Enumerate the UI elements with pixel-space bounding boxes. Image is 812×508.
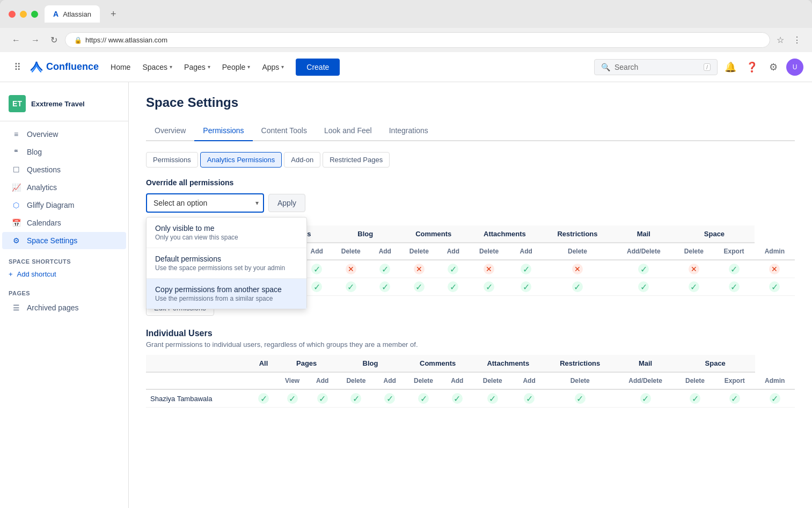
col-user-comments: Comments: [404, 355, 472, 372]
search-shortcut: /: [704, 63, 711, 71]
nav-apps[interactable]: Apps ▾: [257, 59, 289, 76]
sidebar-item-calendars[interactable]: 📅 Calendars: [2, 214, 126, 231]
check-icon: ✓: [346, 281, 356, 292]
analytics-icon: 📈: [11, 183, 21, 192]
add-shortcut[interactable]: + Add shortcut: [0, 267, 128, 281]
cell-comments-add: ✓: [438, 278, 467, 296]
sub-tab-permissions[interactable]: Permissions: [146, 152, 198, 168]
sidebar-item-analytics[interactable]: 📈 Analytics: [2, 179, 126, 196]
cross-icon: ✕: [689, 264, 699, 274]
sub-tab-restricted-pages[interactable]: Restricted Pages: [323, 152, 390, 168]
browser-addressbar: ← → ↻ 🔒 https:// www.atlassian.com ☆ ⋮: [0, 28, 812, 52]
tab-overview[interactable]: Overview: [146, 121, 194, 141]
check-icon: ✓: [770, 393, 780, 404]
dropdown-item-copy[interactable]: Copy permissions from another space Use …: [147, 279, 306, 309]
tab-content-tools[interactable]: Content Tools: [253, 121, 316, 141]
settings-button[interactable]: ⚙: [765, 59, 782, 76]
questions-icon: ☐: [11, 165, 21, 174]
sidebar-space-header: ET Exxtreme Travel: [0, 91, 128, 121]
sidebar-item-gliffy[interactable]: ⬡ Gliffy Diagram: [2, 197, 126, 214]
col-user-restrictions-add-delete: Add/Delete: [615, 372, 676, 389]
tab-integrations[interactable]: Integrations: [381, 121, 437, 141]
sidebar-item-overview[interactable]: ≡ Overview: [2, 126, 126, 143]
check-icon: ✓: [690, 393, 700, 404]
override-section: Override all permissions Select an optio…: [146, 178, 795, 213]
shortcuts-section-label: SPACE SHORTCUTS: [0, 250, 128, 267]
nav-spaces[interactable]: Spaces ▾: [137, 59, 178, 76]
table-row: Shaziya Tambawala ✓ ✓ ✓ ✓ ✓ ✓ ✓ ✓ ✓ ✓: [146, 389, 795, 408]
override-select[interactable]: Select an option Only visible to me Defa…: [146, 193, 264, 213]
cell-comments-delete: ✓: [467, 278, 510, 296]
cell-space-admin: ✓: [755, 278, 795, 296]
address-bar[interactable]: 🔒 https:// www.atlassian.com: [65, 32, 770, 48]
confluence-logo[interactable]: Confluence: [30, 61, 99, 74]
col-user-restrictions: Restrictions: [545, 355, 615, 372]
col-user-comments-delete: Delete: [471, 372, 514, 389]
refresh-button[interactable]: ↻: [47, 33, 61, 47]
cell-pages-delete: ✕: [331, 260, 370, 278]
tab-permissions[interactable]: Permissions: [194, 121, 252, 141]
blog-icon: ❝: [11, 148, 21, 156]
tab-look-and-feel[interactable]: Look and Feel: [316, 121, 381, 141]
sub-tab-addon[interactable]: Add-on: [284, 152, 320, 168]
close-button[interactable]: [9, 11, 16, 18]
user-avatar[interactable]: U: [786, 59, 803, 76]
check-icon: ✓: [487, 393, 498, 404]
cell-user-pages-delete: ✓: [336, 389, 375, 408]
forward-button[interactable]: →: [28, 33, 43, 47]
nav-home[interactable]: Home: [105, 59, 136, 76]
sidebar-item-label: Gliffy Diagram: [27, 201, 74, 209]
individual-users-desc: Grant permissions to individual users, r…: [146, 340, 795, 349]
search-box[interactable]: 🔍 Search /: [594, 59, 718, 75]
cell-user-mail-delete: ✓: [676, 389, 714, 408]
cell-user-pages-add: ✓: [308, 389, 336, 408]
cell-user-blog-add: ✓: [376, 389, 404, 408]
cell-user-attachments-delete: ✓: [545, 389, 615, 408]
sidebar-item-label: Calendars: [27, 219, 61, 227]
cross-icon: ✕: [414, 264, 425, 274]
notifications-button[interactable]: 🔔: [722, 59, 739, 76]
cell-blog-add: ✓: [370, 260, 399, 278]
bookmark-button[interactable]: ☆: [774, 33, 786, 47]
col-blog-add: Add: [370, 243, 399, 260]
new-tab-button[interactable]: +: [106, 6, 121, 22]
dropdown-item-only-me[interactable]: Only visible to me Only you can view thi…: [147, 217, 306, 248]
dropdown-item-default[interactable]: Default permissions Use the space permis…: [147, 248, 306, 279]
overview-icon: ≡: [11, 130, 21, 139]
cell-space-admin: ✕: [755, 260, 795, 278]
check-icon: ✓: [638, 281, 649, 292]
cell-blog-delete: ✕: [399, 260, 438, 278]
col-user-pages-view: View: [276, 372, 308, 389]
main-tab-bar: Overview Permissions Content Tools Look …: [146, 121, 795, 141]
check-icon: ✓: [638, 264, 649, 274]
back-button[interactable]: ←: [9, 33, 24, 47]
sub-tab-analytics-permissions[interactable]: Analytics Permissions: [200, 152, 282, 168]
check-icon: ✓: [448, 264, 458, 274]
check-icon: ✓: [287, 393, 298, 404]
cell-pages-delete: ✓: [331, 278, 370, 296]
help-button[interactable]: ❓: [743, 59, 760, 76]
check-icon: ✓: [418, 393, 429, 404]
col-comments-delete: Delete: [467, 243, 510, 260]
sidebar-item-blog[interactable]: ❝ Blog: [2, 143, 126, 161]
nav-people[interactable]: People ▾: [217, 59, 256, 76]
sidebar-item-space-settings[interactable]: ⚙ Space Settings: [2, 232, 126, 249]
tab-title: Atlassian: [63, 10, 91, 18]
check-icon: ✓: [729, 264, 740, 274]
url-text: https:// www.atlassian.com: [85, 36, 167, 44]
col-user-blog-delete: Delete: [404, 372, 443, 389]
browser-tab[interactable]: A Atlassian: [45, 5, 100, 23]
apply-button[interactable]: Apply: [268, 194, 305, 212]
check-icon: ✓: [640, 393, 651, 404]
create-button[interactable]: Create: [296, 59, 340, 76]
pages-section-label: PAGES: [0, 281, 128, 299]
topnav: ⠿ Confluence Home Spaces ▾ Pages ▾ Peopl…: [0, 52, 812, 82]
minimize-button[interactable]: [20, 11, 27, 18]
sidebar-item-questions[interactable]: ☐ Questions: [2, 161, 126, 178]
menu-button[interactable]: ⋮: [791, 33, 803, 47]
col-attachments-delete: Delete: [542, 243, 613, 260]
app-grid-icon[interactable]: ⠿: [9, 59, 26, 76]
sidebar-item-archived[interactable]: ☰ Archived pages: [2, 299, 126, 316]
nav-pages[interactable]: Pages ▾: [179, 59, 216, 76]
maximize-button[interactable]: [31, 11, 38, 18]
